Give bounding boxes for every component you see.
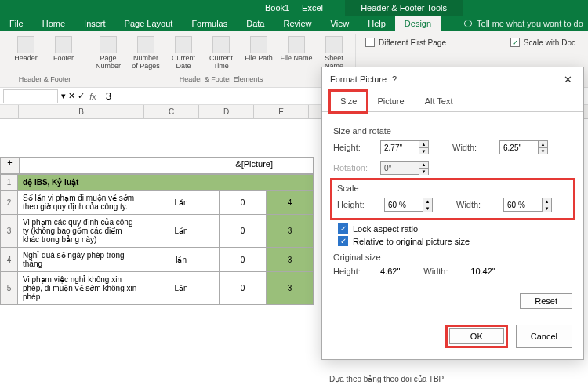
tab-formulas[interactable]: Formulas bbox=[182, 16, 237, 31]
rotation-spinner: ▲▼ bbox=[380, 161, 429, 175]
contextual-tab-label: Header & Footer Tools bbox=[345, 0, 463, 16]
file-path-button[interactable]: File Path bbox=[242, 36, 275, 63]
checkbox-icon: ✓ bbox=[510, 38, 520, 47]
doc-title: Book1 bbox=[265, 3, 289, 13]
relative-size-checkbox[interactable]: ✓Relative to original picture size bbox=[338, 236, 572, 246]
worksheet-area: + &[Picture] 1độ IBS, Kỷ luật 2Số lần vi… bbox=[0, 157, 314, 305]
number-of-pages-button[interactable]: Number of Pages bbox=[129, 36, 162, 71]
current-time-button[interactable]: Current Time bbox=[205, 36, 238, 71]
size-rotate-section: Size and rotate bbox=[333, 126, 572, 136]
section-title: độ IBS, Kỷ luật bbox=[18, 175, 314, 191]
name-box[interactable] bbox=[3, 89, 58, 103]
ok-button[interactable]: OK bbox=[449, 328, 504, 344]
height-spinner[interactable]: ▲▼ bbox=[380, 140, 429, 154]
dialog-title: Format Picture bbox=[330, 74, 387, 84]
footer-note: Dựa theo bảng theo dõi của TBP bbox=[329, 375, 444, 383]
different-first-page-checkbox[interactable]: Different First Page bbox=[362, 36, 449, 49]
time-icon bbox=[212, 36, 230, 53]
col-b[interactable]: B bbox=[19, 105, 144, 118]
tab-design[interactable]: Design bbox=[395, 16, 441, 31]
format-picture-dialog: Format Picture ? ✕ Size Picture Alt Text… bbox=[321, 67, 584, 360]
sheet-name-button[interactable]: Sheet Name bbox=[318, 36, 350, 71]
group-header-footer: Header & Footer bbox=[9, 74, 80, 84]
tab-picture[interactable]: Picture bbox=[367, 91, 414, 111]
date-icon bbox=[175, 36, 192, 53]
footer-icon bbox=[55, 36, 72, 53]
cancel-button[interactable]: Cancel bbox=[516, 325, 572, 348]
tab-data[interactable]: Data bbox=[237, 16, 274, 31]
tab-home[interactable]: Home bbox=[33, 16, 74, 31]
page-number-icon bbox=[100, 36, 117, 53]
picture-code: &[Picture] bbox=[20, 158, 278, 173]
lock-aspect-checkbox[interactable]: ✓Lock aspect ratio bbox=[338, 223, 572, 234]
table-row: 5Vi phạm việc nghỉ không xin phép, đi mu… bbox=[1, 272, 314, 305]
group-elements: Header & Footer Elements bbox=[92, 74, 350, 84]
original-size-section: Original size bbox=[333, 252, 572, 262]
check-icon: ✓ bbox=[338, 236, 348, 246]
reset-button[interactable]: Reset bbox=[520, 293, 572, 309]
scale-width-spinner[interactable]: ▲▼ bbox=[503, 198, 552, 212]
col-e[interactable]: E bbox=[254, 105, 309, 118]
current-date-button[interactable]: Current Date bbox=[167, 36, 200, 71]
page-number-button[interactable]: Page Number bbox=[92, 36, 125, 71]
orig-height: 4.62" bbox=[380, 267, 400, 276]
tab-file[interactable]: File bbox=[0, 16, 33, 31]
name-icon bbox=[288, 36, 305, 53]
footer-button[interactable]: Footer bbox=[47, 36, 80, 63]
width-spinner[interactable]: ▲▼ bbox=[499, 140, 548, 154]
header-picture-row[interactable]: + &[Picture] bbox=[0, 157, 314, 174]
scale-section: Scale bbox=[337, 183, 568, 193]
tab-alt-text[interactable]: Alt Text bbox=[415, 91, 463, 111]
tab-review[interactable]: Review bbox=[274, 16, 321, 31]
check-icon: ✓ bbox=[338, 223, 348, 234]
file-name-button[interactable]: File Name bbox=[280, 36, 313, 63]
col-c[interactable]: C bbox=[144, 105, 199, 118]
checkbox-icon bbox=[365, 38, 375, 47]
tab-help[interactable]: Help bbox=[358, 16, 395, 31]
table-row: 2Số lần vi phạm đi muộn về sớm theo giờ … bbox=[1, 191, 314, 215]
path-icon bbox=[250, 36, 267, 53]
orig-width: 10.42" bbox=[470, 267, 495, 276]
scale-with-doc-checkbox[interactable]: ✓Scale with Doc bbox=[507, 36, 579, 49]
header-icon bbox=[17, 36, 34, 53]
ribbon-tabs: File Home Insert Page Layout Formulas Da… bbox=[0, 16, 588, 31]
header-button[interactable]: Header bbox=[9, 36, 42, 63]
help-button[interactable]: ? bbox=[387, 74, 402, 84]
bulb-icon bbox=[464, 20, 472, 27]
tab-insert[interactable]: Insert bbox=[74, 16, 115, 31]
pages-icon bbox=[137, 36, 154, 53]
tell-me[interactable]: Tell me what you want to do bbox=[464, 19, 583, 28]
row-header-1[interactable]: 1 bbox=[1, 175, 18, 191]
tab-view[interactable]: View bbox=[321, 16, 359, 31]
app-name: Excel bbox=[302, 3, 323, 13]
table-row: 3Vi phạm các quy định của công ty (không… bbox=[1, 215, 314, 248]
tab-size[interactable]: Size bbox=[330, 91, 367, 112]
scale-height-spinner[interactable]: ▲▼ bbox=[384, 198, 433, 212]
sheet-icon bbox=[325, 36, 343, 53]
tab-page-layout[interactable]: Page Layout bbox=[115, 16, 183, 31]
title-bar: Book1 - Excel Header & Footer Tools bbox=[0, 0, 588, 16]
col-d[interactable]: D bbox=[199, 105, 254, 118]
fx-label[interactable]: fx bbox=[85, 92, 101, 101]
close-button[interactable]: ✕ bbox=[560, 74, 575, 85]
table-row: 4Nghỉ quá số ngày phép trong thánglần03 bbox=[1, 248, 314, 272]
